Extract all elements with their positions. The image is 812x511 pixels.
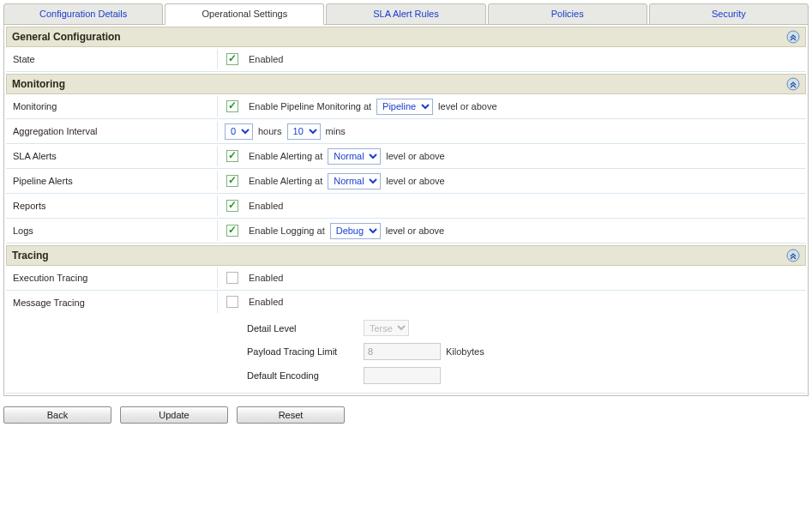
checkbox-logs[interactable] <box>226 225 238 237</box>
update-button[interactable]: Update <box>120 406 228 424</box>
select-sla-level[interactable]: Normal <box>328 148 381 165</box>
collapse-icon[interactable] <box>786 249 800 262</box>
section-title-monitoring: Monitoring <box>12 78 65 90</box>
svg-point-2 <box>787 249 799 262</box>
checkbox-monitoring[interactable] <box>226 100 238 112</box>
text-logs-prefix: Enable Logging at <box>249 225 325 236</box>
label-msg-tracing: Message Tracing <box>6 291 218 313</box>
operational-settings-panel: General Configuration State Enabled Moni… <box>3 24 809 396</box>
collapse-icon[interactable] <box>786 30 800 44</box>
row-aggregation-interval: Aggregation Interval 0 hours 10 mins <box>6 119 806 144</box>
text-sla-suffix: level or above <box>386 151 445 161</box>
svg-point-1 <box>787 78 799 90</box>
label-sla: SLA Alerts <box>6 146 218 166</box>
label-logs: Logs <box>6 220 218 241</box>
text-pipeline-prefix: Enable Alerting at <box>249 176 322 186</box>
svg-point-0 <box>787 31 799 43</box>
label-pipeline-alerts: Pipeline Alerts <box>6 171 218 191</box>
section-title-general: General Configuration <box>12 31 121 43</box>
back-button[interactable]: Back <box>3 406 111 424</box>
row-monitoring: Monitoring Enable Pipeline Monitoring at… <box>6 94 806 119</box>
select-agg-hours[interactable]: 0 <box>225 123 253 140</box>
text-monitoring-suffix: level or above <box>438 101 497 111</box>
row-sla-alerts: SLA Alerts Enable Alerting at Normal lev… <box>6 144 806 169</box>
tab-sla-alert-rules[interactable]: SLA Alert Rules <box>326 3 485 25</box>
row-reports: Reports Enabled <box>6 194 806 219</box>
section-header-tracing: Tracing <box>6 245 806 266</box>
select-logs-level[interactable]: Debug <box>330 223 381 239</box>
row-pipeline-alerts: Pipeline Alerts Enable Alerting at Norma… <box>6 169 806 194</box>
section-header-general: General Configuration <box>6 27 806 47</box>
tab-security[interactable]: Security <box>649 3 809 25</box>
text-agg-mins: mins <box>326 126 346 136</box>
text-agg-hours: hours <box>258 126 282 136</box>
section-title-tracing: Tracing <box>12 249 49 262</box>
text-payload-unit: Kilobytes <box>446 346 484 357</box>
tab-operational-settings[interactable]: Operational Settings <box>165 3 324 25</box>
text-pipeline-suffix: level or above <box>386 176 445 186</box>
select-agg-mins[interactable]: 10 <box>287 123 321 140</box>
checkbox-exec-tracing[interactable] <box>226 272 238 284</box>
label-aggregation: Aggregation Interval <box>6 121 218 141</box>
tab-policies[interactable]: Policies <box>488 3 647 25</box>
label-state: State <box>6 49 218 69</box>
label-default-encoding: Default Encoding <box>247 370 358 381</box>
label-reports: Reports <box>6 195 218 216</box>
row-msg-tracing: Message Tracing Enabled Detail Level Ter… <box>6 291 806 394</box>
text-sla-prefix: Enable Alerting at <box>249 151 322 161</box>
select-pipeline-level[interactable]: Normal <box>328 173 381 189</box>
text-reports-enabled: Enabled <box>249 201 283 211</box>
reset-button[interactable]: Reset <box>237 406 345 424</box>
select-detail-level[interactable]: Terse <box>364 320 409 336</box>
row-state: State Enabled <box>6 47 806 72</box>
tab-bar: Configuration Details Operational Settin… <box>3 3 809 25</box>
text-state-enabled: Enabled <box>249 54 283 64</box>
input-payload-limit[interactable] <box>364 343 441 360</box>
button-row: Back Update Reset <box>3 406 809 424</box>
label-exec-tracing: Execution Tracing <box>6 268 218 288</box>
row-exec-tracing: Execution Tracing Enabled <box>6 266 806 291</box>
checkbox-state[interactable] <box>226 53 238 65</box>
text-msg-enabled: Enabled <box>249 297 283 307</box>
label-payload-limit: Payload Tracing Limit <box>247 346 358 357</box>
checkbox-msg-tracing[interactable] <box>226 296 238 308</box>
collapse-icon[interactable] <box>786 77 800 91</box>
row-logs: Logs Enable Logging at Debug level or ab… <box>6 219 806 243</box>
text-exec-enabled: Enabled <box>249 273 283 283</box>
checkbox-sla[interactable] <box>226 150 238 162</box>
label-detail-level: Detail Level <box>247 323 358 334</box>
section-header-monitoring: Monitoring <box>6 74 806 94</box>
tab-configuration-details[interactable]: Configuration Details <box>3 3 163 25</box>
label-monitoring: Monitoring <box>6 96 218 117</box>
checkbox-reports[interactable] <box>226 200 238 212</box>
checkbox-pipeline-alerts[interactable] <box>226 175 238 187</box>
text-logs-suffix: level or above <box>386 225 445 236</box>
select-monitoring-level[interactable]: Pipeline <box>376 99 433 115</box>
input-default-encoding[interactable] <box>364 367 441 384</box>
text-monitoring-prefix: Enable Pipeline Monitoring at <box>249 101 371 111</box>
